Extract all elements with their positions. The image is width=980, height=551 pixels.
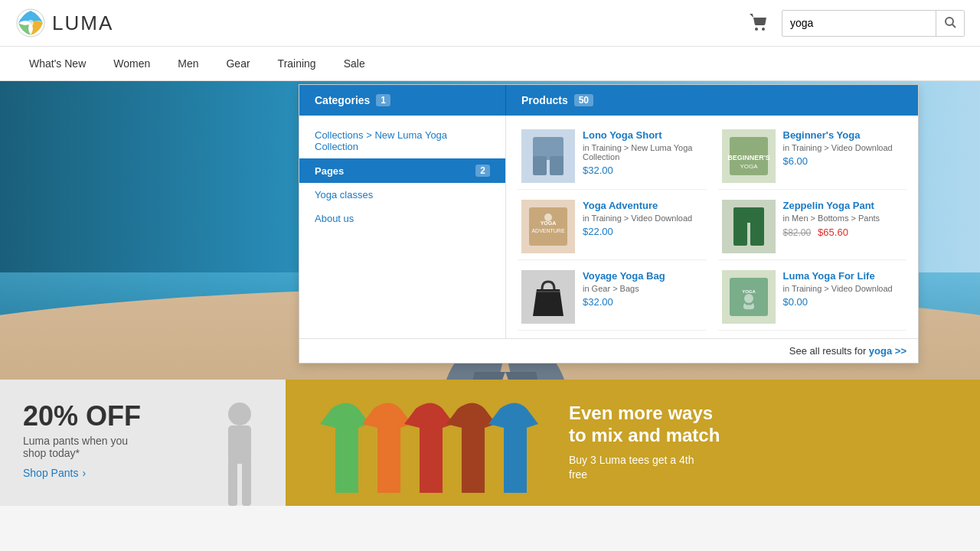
nav-item-men[interactable]: Men (164, 47, 212, 80)
search-bar (782, 10, 965, 37)
svg-line-5 (952, 24, 956, 28)
nav-item-gear[interactable]: Gear (212, 47, 263, 80)
page-link-about-us[interactable]: About us (299, 207, 505, 230)
header-right (749, 10, 965, 37)
product-category: in Training > Video Download (783, 143, 903, 152)
product-category: in Gear > Bags (583, 284, 703, 293)
svg-point-31 (228, 403, 251, 425)
promo-row: 20% OFF Luma pants when you shop today* … (0, 380, 980, 506)
product-category: in Training > Video Download (583, 214, 703, 223)
product-image-voyage-bag (521, 270, 575, 324)
svg-point-3 (762, 28, 765, 31)
products-column: Lono Yoga Short in Training > New Luma Y… (506, 116, 918, 338)
svg-rect-34 (242, 460, 251, 506)
see-all-suffix: >> (892, 345, 906, 357)
promo-text-area: Even more ways to mix and match Buy 3 Lu… (569, 403, 720, 483)
category-link-collections[interactable]: Collections > New Luma Yoga Collection (299, 123, 505, 158)
page-link-yoga-classes[interactable]: Yoga classes (299, 183, 505, 207)
product-image-yoga-adventure: YOGA ADVENTURE (521, 200, 575, 253)
svg-text:BEGINNER'S: BEGINNER'S (727, 154, 770, 161)
promo-title-line2: to mix and match (569, 425, 720, 445)
categories-count: 1 (376, 94, 390, 106)
svg-text:ADVENTURE: ADVENTURE (531, 228, 565, 233)
promo-title-line1: Even more ways (569, 403, 713, 423)
product-name: Beginner's Yoga (783, 129, 903, 141)
voyage-bag-image (525, 274, 571, 320)
svg-point-22 (744, 294, 753, 303)
product-price: $32.00 (583, 296, 703, 308)
see-all-row: See all results for yoga >> (299, 338, 918, 363)
product-image-luma-life: YOGA (722, 270, 776, 324)
cart-icon (749, 13, 770, 31)
promo-tshirts (316, 386, 546, 500)
search-input[interactable] (782, 11, 936, 34)
header: LUMA (0, 0, 980, 47)
svg-rect-19 (537, 291, 560, 292)
cart-button[interactable] (749, 13, 770, 34)
shop-link-arrow: › (82, 467, 86, 479)
logo-text: LUMA (52, 11, 113, 35)
product-image-lono-yoga-short (521, 129, 575, 183)
promo-subtitle: Buy 3 Luma tees get a 4th free (569, 453, 720, 483)
products-grid: Lono Yoga Short in Training > New Luma Y… (518, 123, 906, 331)
product-item-beginners-yoga[interactable]: BEGINNER'S YOGA Beginner's Yoga in Train… (718, 123, 907, 190)
pages-label: Pages (315, 165, 344, 177)
product-image-zeppelin-pant (722, 200, 776, 253)
products-tab[interactable]: Products 50 (506, 85, 918, 116)
product-original-price: $82.00 (783, 227, 812, 238)
nav-item-whats-new[interactable]: What's New (15, 47, 100, 80)
product-item-voyage-yoga-bag[interactable]: Voyage Yoga Bag in Gear > Bags $32.00 (518, 264, 707, 331)
nav-item-training[interactable]: Training (264, 47, 330, 80)
promo-title: Even more ways to mix and match (569, 403, 720, 447)
categories-tab[interactable]: Categories 1 (299, 85, 506, 116)
svg-point-15 (544, 214, 552, 221)
see-all-prefix: See all results for (789, 345, 869, 357)
product-name: Lono Yoga Short (583, 129, 703, 141)
zeppelin-pant-image (726, 204, 772, 249)
promo-desc-line2: shop today* (23, 447, 80, 459)
product-name: Luma Yoga For Life (783, 270, 903, 282)
promo-desc-line1: Luma pants when you (23, 435, 128, 447)
search-icon (944, 16, 956, 28)
see-all-link[interactable]: yoga >> (869, 345, 906, 357)
products-label: Products (521, 94, 568, 106)
product-item-zeppelin-yoga-pant[interactable]: Zeppelin Yoga Pant in Men > Bottoms > Pa… (718, 194, 907, 260)
beginners-yoga-image: BEGINNER'S YOGA (726, 133, 772, 179)
svg-rect-17 (733, 220, 747, 246)
search-button[interactable] (936, 11, 964, 36)
product-info-beginners-yoga: Beginner's Yoga in Training > Video Down… (783, 129, 903, 167)
promo-right: Even more ways to mix and match Buy 3 Lu… (286, 380, 980, 506)
yoga-short-image (525, 133, 571, 179)
categories-column: Collections > New Luma Yoga Collection P… (299, 116, 506, 338)
product-name: Zeppelin Yoga Pant (783, 200, 903, 211)
product-name: Yoga Adventure (583, 200, 703, 211)
nav-item-sale[interactable]: Sale (330, 47, 379, 80)
product-name: Voyage Yoga Bag (583, 270, 703, 282)
svg-rect-8 (550, 156, 564, 175)
product-category: in Training > New Luma Yoga Collection (583, 143, 703, 161)
luma-life-image: YOGA (726, 274, 772, 320)
products-count: 50 (574, 94, 593, 106)
product-item-luma-yoga-life[interactable]: YOGA Luma Yoga For Life in Training > Vi… (718, 264, 907, 331)
product-price: $32.00 (583, 165, 703, 176)
product-info-zeppelin-pant: Zeppelin Yoga Pant in Men > Bottoms > Pa… (783, 200, 903, 238)
product-price-wrap: $82.00 $65.60 (783, 226, 903, 238)
tshirts-image (316, 386, 546, 500)
search-dropdown: Categories 1 Products 50 Collections > N… (299, 84, 919, 364)
product-item-yoga-adventure[interactable]: YOGA ADVENTURE Yoga Adventure in Trainin… (518, 194, 707, 260)
product-price: $0.00 (783, 296, 903, 308)
main-nav: What's New Women Men Gear Training Sale (0, 47, 980, 81)
product-price: $22.00 (583, 226, 703, 237)
product-category: in Men > Bottoms > Pants (783, 214, 903, 223)
svg-rect-32 (228, 425, 251, 464)
logo-area[interactable]: LUMA (15, 8, 113, 38)
nav-item-women[interactable]: Women (100, 47, 164, 80)
yoga-adventure-image: YOGA ADVENTURE (525, 204, 571, 249)
product-image-beginners-yoga: BEGINNER'S YOGA (722, 129, 776, 183)
shop-link-text: Shop Pants (23, 467, 78, 479)
pages-count: 2 (475, 165, 490, 177)
svg-rect-7 (533, 156, 547, 175)
product-item-lono-yoga-short[interactable]: Lono Yoga Short in Training > New Luma Y… (518, 123, 707, 190)
svg-text:YOGA: YOGA (541, 220, 557, 226)
product-info-luma-life: Luma Yoga For Life in Training > Video D… (783, 270, 903, 308)
